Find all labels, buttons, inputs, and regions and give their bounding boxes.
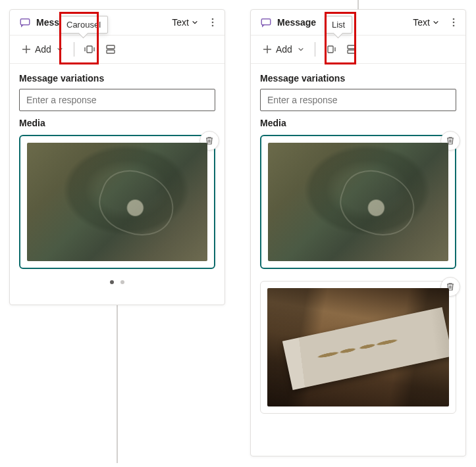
media-label: Media: [19, 118, 215, 128]
media-image: [27, 143, 207, 261]
carousel-icon: [84, 44, 95, 55]
svg-rect-12: [348, 45, 356, 49]
svg-rect-0: [20, 19, 30, 25]
media-item: [260, 135, 456, 269]
media-item: [260, 281, 456, 414]
pagination-dot-active[interactable]: [110, 280, 114, 284]
connector-line: [357, 0, 359, 9]
media-item: [19, 135, 215, 269]
card-header: Message Text: [10, 10, 225, 36]
add-button[interactable]: Add: [257, 41, 309, 57]
media-card[interactable]: [260, 281, 456, 414]
svg-rect-4: [87, 46, 92, 53]
variations-label: Message variations: [19, 73, 215, 84]
media-card[interactable]: [260, 135, 456, 269]
text-type-dropdown[interactable]: Text: [172, 17, 198, 28]
response-input[interactable]: [19, 89, 215, 111]
svg-rect-5: [107, 45, 115, 49]
more-icon[interactable]: [448, 17, 459, 28]
add-label: Add: [276, 44, 292, 55]
carousel-pagination: [19, 269, 215, 289]
svg-rect-6: [107, 50, 115, 53]
separator: [74, 42, 74, 57]
svg-point-10: [453, 25, 455, 27]
message-icon: [260, 16, 272, 28]
list-icon: [346, 44, 357, 55]
toolbar: Add: [251, 36, 465, 64]
text-type-label: Text: [172, 17, 189, 28]
pagination-dot[interactable]: [120, 280, 124, 284]
svg-rect-13: [348, 50, 356, 53]
carousel-icon: [325, 44, 336, 55]
card-body: Message variations Media: [10, 64, 225, 298]
carousel-view-button[interactable]: [80, 39, 99, 59]
list-view-button[interactable]: [342, 39, 361, 59]
tooltip-list: List: [325, 16, 352, 34]
chevron-down-icon: [57, 46, 63, 53]
svg-point-1: [212, 18, 214, 20]
svg-point-9: [453, 22, 455, 24]
separator: [315, 42, 315, 57]
list-view-button[interactable]: [101, 39, 120, 59]
toolbar: Add: [10, 36, 225, 64]
svg-rect-7: [261, 19, 271, 25]
media-label: Media: [260, 118, 456, 128]
tooltip-carousel: Carousel: [59, 16, 108, 34]
svg-point-8: [453, 18, 455, 20]
svg-point-3: [212, 25, 214, 27]
add-label: Add: [35, 44, 51, 55]
message-node-list: Message Text Add Message variations Medi…: [250, 9, 466, 456]
media-card[interactable]: [19, 135, 215, 269]
chevron-down-icon: [433, 19, 439, 26]
plus-icon: [263, 45, 272, 54]
chevron-down-icon: [192, 19, 198, 26]
svg-rect-11: [328, 46, 333, 53]
plus-icon: [22, 45, 31, 54]
text-type-label: Text: [413, 17, 430, 28]
card-header: Message Text: [251, 10, 465, 36]
variations-label: Message variations: [260, 73, 456, 84]
media-image: [267, 288, 449, 406]
text-type-dropdown[interactable]: Text: [413, 17, 439, 28]
add-button[interactable]: Add: [16, 41, 68, 57]
carousel-view-button[interactable]: [321, 39, 340, 59]
card-body: Message variations Media: [251, 64, 465, 423]
message-icon: [19, 16, 31, 28]
message-node-carousel: Message Text Add Message variations Medi…: [9, 9, 225, 305]
svg-point-2: [212, 22, 214, 24]
media-image: [268, 143, 448, 261]
chevron-down-icon: [298, 46, 304, 53]
connector-line: [117, 305, 118, 463]
response-input[interactable]: [260, 89, 456, 111]
list-icon: [105, 44, 116, 55]
more-icon[interactable]: [207, 17, 218, 28]
